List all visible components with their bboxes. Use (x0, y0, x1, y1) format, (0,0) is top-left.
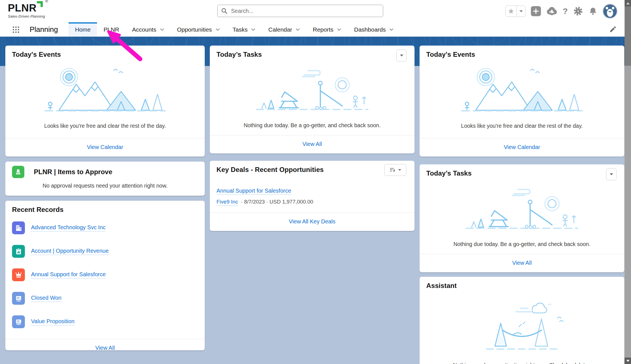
plnr-logo[interactable]: PLNR ® Sales-Driven Planning (8, 2, 45, 18)
chevron-down-icon (519, 10, 523, 13)
chevron-down-icon (296, 28, 300, 31)
arrow-up-icon (626, 2, 630, 4)
tab-home[interactable]: Home (69, 22, 97, 37)
edit-page-button[interactable] (609, 25, 617, 34)
scrollbar-down-button[interactable] (625, 358, 631, 364)
favorites-control (505, 6, 526, 17)
tab-label: Opportunities (177, 26, 212, 33)
tab-label: Calendar (268, 26, 292, 33)
record-link[interactable]: Advanced Technology Svc Inc (31, 224, 105, 231)
card-recent-records: Recent Records (5, 201, 205, 350)
tab-label: Tasks (233, 26, 248, 33)
scrollbar[interactable] (625, 0, 631, 364)
sort-dropdown-button[interactable] (384, 164, 406, 176)
deal-meta: · 8/7/2023 · USD 1,977,000.00 (241, 199, 313, 205)
notifications-bell-button[interactable] (588, 7, 597, 16)
bell-icon (588, 7, 597, 16)
mountain-badge-icon (546, 6, 557, 16)
events-empty-illustration (420, 64, 624, 116)
card-todays-events-left: Today's Events (5, 46, 205, 157)
card-actions-dropdown-button[interactable] (606, 168, 616, 180)
record-link[interactable]: Value Proposition (31, 318, 74, 325)
empty-state-text: No approval requests need your attention… (5, 183, 205, 189)
favorites-dropdown-button[interactable] (517, 6, 525, 16)
user-avatar[interactable] (603, 4, 617, 18)
list-item: Annual Support for Salesforce (12, 268, 198, 281)
recent-records-list: Advanced Technology Svc Inc Account | Op… (5, 214, 205, 339)
list-item: Closed Won (12, 292, 198, 305)
plus-icon (533, 8, 539, 14)
app-nav-bar: Planning Home PLNR Accounts Opportunitie… (0, 22, 625, 37)
tab-label: Reports (313, 26, 333, 33)
tab-reports[interactable]: Reports (306, 22, 348, 37)
tab-label: Accounts (132, 26, 156, 33)
card-footer: View All Key Deals (210, 212, 415, 231)
record-link[interactable]: Account | Opportunity Revenue (31, 248, 109, 255)
deal-name-link[interactable]: Annual Support for Salesforce (216, 188, 291, 195)
card-title: Key Deals - Recent Opportunities (210, 161, 415, 174)
key-deal-item: Annual Support for Salesforce Five9 Inc … (210, 174, 415, 206)
card-key-deals: Key Deals - Recent Opportunities Annual … (210, 161, 415, 231)
trailhead-icon[interactable] (546, 6, 557, 16)
triangle-down-icon (609, 173, 613, 176)
logo-text: PLNR (8, 2, 37, 14)
setup-gear-button[interactable] (573, 6, 583, 16)
card-todays-events-right: Today's Events (420, 46, 624, 157)
card-actions-dropdown-button[interactable] (396, 49, 407, 62)
empty-state-text: Nothing needs your attention right now. … (420, 362, 624, 364)
app-window: PLNR ® Sales-Driven Planning (0, 0, 631, 364)
chevron-down-icon (337, 28, 341, 31)
tab-plnr[interactable]: PLNR (97, 22, 126, 37)
view-all-link[interactable]: View All (302, 141, 322, 147)
home-content: Today's Events (0, 37, 625, 364)
app-launcher-button[interactable] (12, 26, 20, 33)
tab-accounts[interactable]: Accounts (126, 22, 170, 37)
view-all-key-deals-link[interactable]: View All Key Deals (289, 218, 335, 224)
scrollbar-thumb[interactable] (625, 6, 631, 66)
card-footer: View All (210, 135, 415, 153)
empty-state-text: Nothing due today. Be a go-getter, and c… (420, 241, 624, 247)
tab-calendar[interactable]: Calendar (262, 22, 306, 37)
empty-state-text: Looks like you're free and clear the res… (5, 123, 205, 129)
global-header: PLNR ® Sales-Driven Planning (0, 0, 625, 22)
card-title: Today’s Tasks (210, 46, 415, 58)
stage-icon (12, 292, 25, 305)
quick-add-button[interactable] (531, 6, 541, 16)
global-search (217, 5, 383, 17)
sort-icon (390, 167, 395, 172)
help-button[interactable]: ? (563, 7, 568, 15)
account-icon (12, 221, 25, 234)
deal-account-link[interactable]: Five9 Inc (216, 199, 238, 206)
view-all-link[interactable]: View All (512, 260, 532, 266)
tab-dashboards[interactable]: Dashboards (348, 22, 400, 37)
card-title: PLNR | Items to Approve (34, 168, 112, 176)
waffle-icon (12, 26, 20, 33)
record-link[interactable]: Annual Support for Salesforce (31, 271, 106, 278)
view-calendar-link[interactable]: View Calendar (504, 144, 540, 150)
card-footer: View Calendar (5, 138, 205, 157)
tab-opportunities[interactable]: Opportunities (171, 22, 226, 37)
card-footer: View All (5, 339, 205, 350)
list-item: Account | Opportunity Revenue (12, 245, 198, 258)
list-item: Advanced Technology Svc Inc (12, 221, 198, 234)
empty-state-text: Looks like you're free and clear the res… (420, 123, 624, 129)
search-icon (221, 8, 227, 14)
view-calendar-link[interactable]: View Calendar (87, 144, 123, 150)
arrow-down-icon (626, 360, 630, 362)
avatar-bear-icon (603, 4, 617, 18)
record-link[interactable]: Closed Won (31, 295, 62, 302)
gear-icon (573, 6, 583, 16)
tasks-empty-illustration (210, 66, 415, 115)
tasks-empty-illustration (420, 185, 624, 234)
question-mark-icon: ? (563, 7, 568, 15)
tab-label: Home (75, 26, 91, 33)
view-all-link[interactable]: View All (95, 345, 115, 350)
scrollbar-up-button[interactable] (625, 0, 631, 6)
card-assistant: Assistant (420, 277, 624, 364)
tab-tasks[interactable]: Tasks (226, 22, 262, 37)
assistant-empty-illustration (420, 298, 624, 355)
search-input[interactable] (217, 5, 383, 17)
favorites-star-button[interactable] (506, 6, 517, 16)
card-items-to-approve: PLNR | Items to Approve No approval requ… (5, 162, 205, 196)
triangle-down-icon (400, 54, 404, 57)
